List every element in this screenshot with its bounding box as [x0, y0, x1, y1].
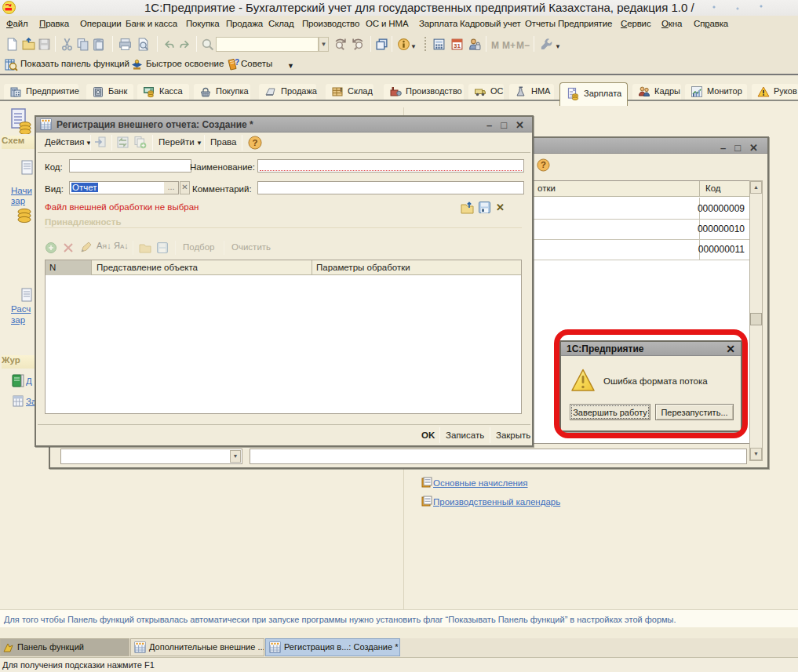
svg-text:?: ?	[541, 160, 546, 169]
svg-text:!: !	[340, 86, 342, 93]
svg-text:31: 31	[454, 42, 461, 49]
svg-text:?: ?	[235, 58, 239, 67]
svg-text:?: ?	[253, 138, 258, 147]
